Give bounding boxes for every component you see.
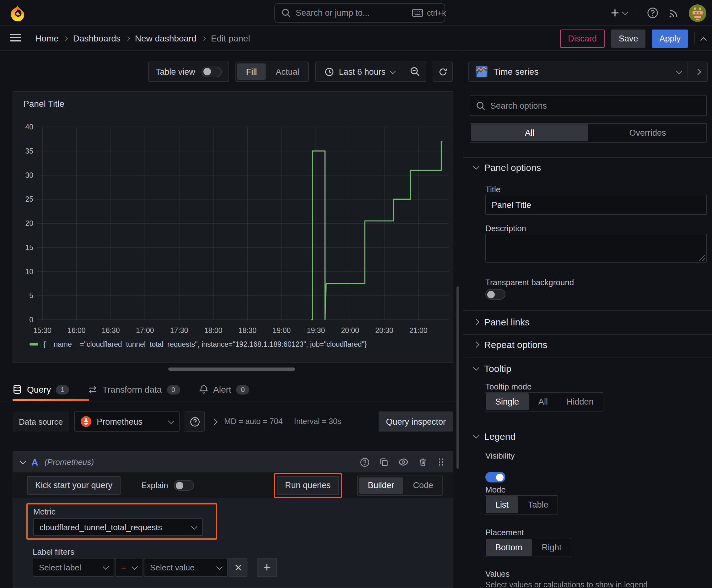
divider xyxy=(0,401,459,401)
svg-text:0: 0 xyxy=(29,316,33,324)
chevron-right-icon xyxy=(201,37,206,41)
fill-option[interactable]: Fill xyxy=(237,63,266,80)
avatar[interactable] xyxy=(689,4,706,22)
section-tooltip[interactable]: Tooltip xyxy=(474,363,511,374)
help-icon[interactable] xyxy=(647,7,659,19)
datasource-label: Data source xyxy=(13,412,69,432)
divider xyxy=(463,357,712,357)
explain-toggle[interactable] xyxy=(174,480,194,491)
add-filter-button[interactable] xyxy=(257,558,277,577)
section-panel-options-label: Panel options xyxy=(484,162,541,173)
scrollbar[interactable] xyxy=(456,287,459,469)
metric-label: Metric xyxy=(33,507,56,517)
grafana-logo-icon[interactable] xyxy=(9,4,26,23)
duplicate-query-icon[interactable] xyxy=(379,457,389,467)
breadcrumb-dashboards[interactable]: Dashboards xyxy=(73,33,121,43)
collapse-header-button[interactable] xyxy=(701,36,706,41)
query-help-icon[interactable] xyxy=(360,457,370,467)
query-ref-id[interactable]: A xyxy=(31,457,38,467)
code-option[interactable]: Code xyxy=(404,476,442,495)
panel-toolbar: Table view Fill Actual Last 6 hours xyxy=(148,62,453,82)
tab-transform-data[interactable]: Transform data 0 xyxy=(88,378,180,401)
breadcrumb-new-dashboard[interactable]: New dashboard xyxy=(135,33,196,43)
legend-visibility-toggle[interactable] xyxy=(486,472,505,482)
global-search[interactable]: ctrl+k xyxy=(274,3,445,23)
divider xyxy=(463,425,712,425)
chevron-down-icon[interactable] xyxy=(20,458,26,464)
chevron-right-icon[interactable] xyxy=(211,418,218,425)
tab-overrides[interactable]: Overrides xyxy=(589,124,706,142)
editor-tabs: Query 1 Transform data 0 xyxy=(13,378,250,401)
section-panel-links[interactable]: Panel links xyxy=(474,317,530,327)
search-icon xyxy=(281,8,291,18)
save-button[interactable]: Save xyxy=(611,29,646,47)
builder-option[interactable]: Builder xyxy=(359,477,403,493)
tab-all[interactable]: All xyxy=(471,124,588,141)
tooltip-single-option[interactable]: Single xyxy=(486,393,528,410)
collapse-options-button[interactable] xyxy=(688,62,707,81)
legend-swatch[interactable] xyxy=(29,343,38,345)
options-search[interactable] xyxy=(470,96,707,115)
datasource-picker[interactable]: Prometheus xyxy=(74,412,179,432)
remove-filter-button[interactable] xyxy=(229,558,247,577)
operator-dropdown[interactable]: = xyxy=(115,558,143,577)
search-input[interactable] xyxy=(296,8,407,18)
hide-query-eye-icon[interactable] xyxy=(398,457,409,467)
table-view-toggle[interactable] xyxy=(201,66,222,77)
divider xyxy=(694,32,695,45)
visualization-select[interactable]: Time series xyxy=(469,62,688,81)
query-row-header[interactable]: A (Prometheus) xyxy=(13,452,453,472)
breadcrumb-home[interactable]: Home xyxy=(35,33,59,43)
svg-text:21:00: 21:00 xyxy=(409,327,428,335)
svg-text:17:30: 17:30 xyxy=(170,327,188,335)
tooltip-all-option[interactable]: All xyxy=(529,393,557,411)
description-textarea[interactable] xyxy=(486,234,707,262)
resize-corner-icon[interactable] xyxy=(699,254,705,261)
transparent-background-toggle[interactable] xyxy=(486,289,505,300)
delete-query-trash-icon[interactable] xyxy=(418,457,428,467)
zoom-out-button[interactable] xyxy=(404,62,426,81)
select-label-dropdown[interactable]: Select label xyxy=(33,558,114,577)
placement-right-option[interactable]: Right xyxy=(533,538,571,556)
breadcrumb: Home Dashboards New dashboard Edit panel xyxy=(35,26,250,51)
transform-count-badge: 0 xyxy=(167,385,180,394)
tab-alert[interactable]: Alert 0 xyxy=(199,378,250,401)
select-value-dropdown[interactable]: Select value xyxy=(144,558,228,577)
edit-pane: Table view Fill Actual Last 6 hours xyxy=(0,51,463,588)
panel-preview[interactable]: Panel Title 051015202530354015:3016:0016… xyxy=(13,91,453,363)
svg-text:17:00: 17:00 xyxy=(136,327,154,335)
legend-list-option[interactable]: List xyxy=(486,496,518,513)
datasource-help-button[interactable] xyxy=(185,412,205,432)
options-search-input[interactable] xyxy=(490,101,701,110)
actual-option[interactable]: Actual xyxy=(267,62,308,81)
query-builder-area: Metric cloudflared_tunnel_total_requests… xyxy=(13,498,453,587)
legend-label[interactable]: {__name__="cloudflared_tunnel_total_requ… xyxy=(43,340,367,348)
refresh-button[interactable] xyxy=(433,62,453,82)
news-rss-icon[interactable] xyxy=(668,7,679,19)
panel-title-input[interactable] xyxy=(486,195,707,215)
top-nav: ctrl+k xyxy=(0,0,712,26)
menu-icon[interactable] xyxy=(10,34,21,43)
keyboard-icon xyxy=(412,9,423,17)
drag-handle-grip-icon[interactable] xyxy=(437,457,445,467)
section-panel-options[interactable]: Panel options xyxy=(474,162,541,173)
run-queries-button[interactable]: Run queries xyxy=(277,476,339,495)
placement-bottom-option[interactable]: Bottom xyxy=(486,539,532,556)
query-inspector-button[interactable]: Query inspector xyxy=(378,412,453,432)
explain-label: Explain xyxy=(141,481,168,490)
legend-table-option[interactable]: Table xyxy=(519,496,558,514)
chevron-down-icon xyxy=(191,523,197,529)
kick-start-query-button[interactable]: Kick start your query xyxy=(27,476,121,495)
time-range-picker[interactable]: Last 6 hours xyxy=(316,62,404,81)
apply-button[interactable]: Apply xyxy=(652,29,688,47)
search-icon xyxy=(476,101,486,110)
tab-query[interactable]: Query 1 xyxy=(13,378,69,401)
chevron-down-icon xyxy=(168,417,174,424)
metric-select[interactable]: cloudflared_tunnel_total_requests xyxy=(33,518,203,536)
discard-button[interactable]: Discard xyxy=(560,29,605,47)
section-repeat-options[interactable]: Repeat options xyxy=(474,339,547,350)
tooltip-hidden-option[interactable]: Hidden xyxy=(557,393,603,411)
section-legend[interactable]: Legend xyxy=(474,431,516,442)
panel-resize-handle[interactable] xyxy=(168,368,295,371)
add-menu-button[interactable] xyxy=(610,8,627,18)
